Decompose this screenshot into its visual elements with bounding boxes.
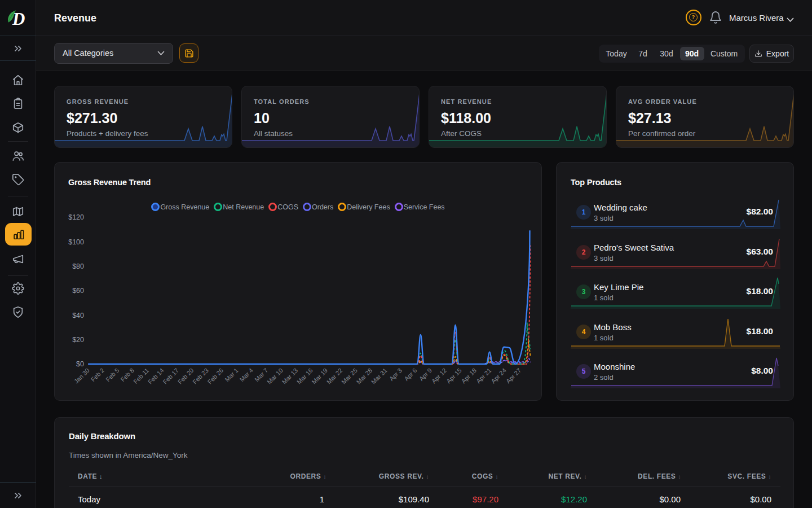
svg-text:Apr 3: Apr 3 bbox=[388, 367, 403, 382]
svg-text:Apr 6: Apr 6 bbox=[403, 367, 418, 382]
svg-text:Apr 18: Apr 18 bbox=[460, 367, 478, 384]
svg-text:Feb 17: Feb 17 bbox=[161, 367, 180, 386]
svg-text:Mar 31: Mar 31 bbox=[370, 367, 389, 386]
svg-text:$80: $80 bbox=[72, 262, 84, 270]
svg-text:Feb 23: Feb 23 bbox=[191, 367, 210, 386]
svg-text:Apr 12: Apr 12 bbox=[430, 367, 448, 384]
svg-text:$100: $100 bbox=[68, 238, 84, 246]
svg-text:Mar 22: Mar 22 bbox=[325, 367, 344, 386]
svg-text:Mar 25: Mar 25 bbox=[340, 367, 359, 386]
svg-text:Mar 1: Mar 1 bbox=[223, 367, 239, 383]
svg-text:Apr 24: Apr 24 bbox=[490, 367, 508, 384]
svg-text:Apr 27: Apr 27 bbox=[505, 367, 522, 384]
svg-text:$20: $20 bbox=[72, 336, 84, 344]
svg-text:D: D bbox=[12, 9, 25, 29]
svg-text:Apr 21: Apr 21 bbox=[475, 367, 492, 384]
svg-text:$0: $0 bbox=[76, 360, 84, 368]
svg-text:Mar 19: Mar 19 bbox=[310, 367, 329, 386]
svg-text:Feb 26: Feb 26 bbox=[206, 367, 225, 386]
svg-text:Mar 28: Mar 28 bbox=[355, 367, 374, 386]
svg-text:Mar 4: Mar 4 bbox=[239, 367, 254, 383]
svg-text:Mar 16: Mar 16 bbox=[295, 367, 314, 386]
svg-text:$40: $40 bbox=[72, 312, 84, 319]
svg-text:Jan 30: Jan 30 bbox=[73, 367, 91, 385]
svg-text:Feb 14: Feb 14 bbox=[147, 367, 165, 386]
svg-text:Feb 2: Feb 2 bbox=[90, 367, 105, 383]
svg-text:$60: $60 bbox=[72, 287, 84, 295]
svg-text:Mar 10: Mar 10 bbox=[266, 367, 284, 386]
svg-text:$120: $120 bbox=[68, 213, 84, 221]
svg-text:Feb 11: Feb 11 bbox=[132, 367, 150, 385]
svg-text:Mar 13: Mar 13 bbox=[281, 367, 299, 386]
svg-text:Feb 5: Feb 5 bbox=[104, 367, 120, 383]
svg-text:Feb 20: Feb 20 bbox=[176, 367, 195, 386]
svg-text:Apr 15: Apr 15 bbox=[445, 367, 462, 384]
